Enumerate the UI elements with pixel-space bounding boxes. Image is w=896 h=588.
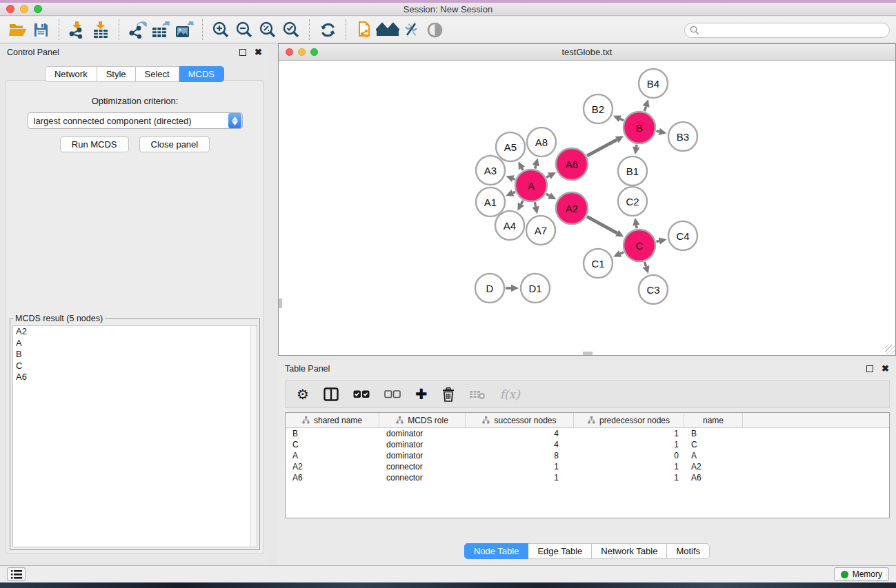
select-all-columns-button[interactable]: [353, 390, 370, 398]
tab-network-table[interactable]: Network Table: [592, 543, 667, 559]
edge-B-B4[interactable]: [644, 106, 646, 111]
tab-network[interactable]: Network: [45, 66, 97, 82]
edge-C-C2[interactable]: [636, 225, 637, 229]
zoom-fit-button[interactable]: [256, 19, 279, 41]
column-header[interactable]: predecessor nodes: [574, 413, 684, 427]
search-field[interactable]: [684, 23, 890, 38]
table-row[interactable]: A6connector11A6: [286, 472, 889, 483]
zoom-in-button[interactable]: [209, 19, 232, 41]
save-session-button[interactable]: [29, 19, 52, 41]
column-header[interactable]: MCDS role: [379, 413, 466, 427]
edge-A-A8[interactable]: [535, 165, 536, 169]
horizontal-scroll-indicator[interactable]: [583, 352, 593, 355]
edge-A-A3[interactable]: [513, 179, 515, 179]
zoom-out-button[interactable]: [232, 19, 256, 41]
delete-table-button[interactable]: [469, 389, 486, 400]
table-row[interactable]: Cdominator41C: [286, 439, 889, 450]
edge-B-B3[interactable]: [656, 131, 659, 132]
split-table-button[interactable]: [323, 387, 339, 401]
close-panel-icon[interactable]: ✖: [255, 49, 262, 56]
show-graphics-details-button[interactable]: [423, 19, 446, 41]
column-header[interactable]: name: [684, 413, 743, 427]
create-column-button[interactable]: ✚: [415, 387, 428, 401]
tab-motifs[interactable]: Motifs: [667, 543, 710, 559]
table-cell[interactable]: B: [684, 429, 743, 438]
table-cell[interactable]: 0: [574, 451, 684, 460]
table-cell[interactable]: 1: [574, 429, 684, 438]
edge-A6-B[interactable]: [587, 140, 617, 156]
function-builder-button[interactable]: f(x): [500, 387, 520, 401]
mcds-result-item[interactable]: A2: [13, 326, 257, 338]
vertical-scroll-indicator[interactable]: [279, 298, 282, 308]
edge-B-B2[interactable]: [620, 119, 624, 120]
tab-style[interactable]: Style: [97, 66, 136, 82]
edge-A2-C[interactable]: [587, 216, 617, 233]
float-panel-icon[interactable]: [239, 49, 246, 56]
import-network-button[interactable]: [66, 19, 89, 41]
run-mcds-button[interactable]: Run MCDS: [60, 136, 129, 152]
node-table[interactable]: shared nameMCDS rolesuccessor nodesprede…: [285, 412, 890, 518]
column-header[interactable]: shared name: [286, 413, 379, 427]
table-cell[interactable]: 1: [574, 462, 684, 472]
export-table-button[interactable]: [149, 19, 172, 41]
edge-C-C1[interactable]: [620, 252, 624, 254]
tab-select[interactable]: Select: [136, 66, 179, 82]
table-cell[interactable]: 1: [466, 473, 574, 483]
float-table-panel-icon[interactable]: [866, 365, 873, 372]
network-canvas[interactable]: B4B2BB3A8A5A6A3B1AC2A1A2A4A7C4CC1C3DD1: [279, 61, 895, 355]
table-cell[interactable]: 1: [466, 462, 574, 472]
export-network-button[interactable]: [126, 19, 149, 41]
edge-A-A4[interactable]: [521, 201, 523, 204]
tab-mcds[interactable]: MCDS: [179, 66, 224, 82]
edge-A-A7[interactable]: [535, 202, 535, 206]
tab-node-table[interactable]: Node Table: [464, 543, 529, 559]
export-image-button[interactable]: [172, 19, 196, 41]
resize-grip[interactable]: [885, 345, 895, 354]
table-cell[interactable]: C: [684, 440, 743, 449]
table-cell[interactable]: connector: [379, 462, 466, 472]
tab-edge-table[interactable]: Edge Table: [528, 543, 592, 559]
network-overview-button[interactable]: [376, 19, 399, 41]
close-panel-button[interactable]: Close panel: [139, 136, 210, 152]
hide-graphics-details-button[interactable]: [399, 19, 423, 41]
memory-button[interactable]: Memory: [834, 567, 889, 581]
table-cell[interactable]: A2: [286, 462, 379, 472]
result-scrollbar[interactable]: [250, 326, 257, 547]
table-cell[interactable]: A6: [286, 473, 379, 483]
table-cell[interactable]: 4: [466, 429, 574, 438]
table-cell[interactable]: dominator: [379, 440, 466, 449]
table-cell[interactable]: connector: [379, 473, 466, 483]
zoom-selected-button[interactable]: [279, 19, 303, 41]
network-window-titlebar[interactable]: testGlobe.txt: [279, 44, 895, 61]
edge-C-C3[interactable]: [644, 262, 646, 267]
task-history-button[interactable]: [7, 567, 26, 581]
table-row[interactable]: Bdominator41B: [286, 428, 889, 439]
table-cell[interactable]: C: [286, 440, 379, 449]
column-header[interactable]: successor nodes: [466, 413, 574, 427]
table-cell[interactable]: 4: [466, 440, 574, 449]
mcds-result-item[interactable]: A6: [13, 372, 257, 383]
network-graph[interactable]: B4B2BB3A8A5A6A3B1AC2A1A2A4A7C4CC1C3DD1: [279, 61, 895, 355]
mcds-result-item[interactable]: C: [13, 361, 257, 372]
table-row[interactable]: A2connector11A2: [286, 461, 889, 472]
table-cell[interactable]: dominator: [379, 451, 466, 460]
import-table-button[interactable]: [89, 19, 112, 41]
mcds-result-item[interactable]: B: [13, 349, 257, 361]
table-cell[interactable]: A6: [684, 473, 743, 483]
refresh-layout-button[interactable]: [316, 19, 339, 41]
edge-A-A2[interactable]: [546, 194, 550, 196]
column-settings-button[interactable]: ⚙: [297, 387, 309, 401]
table-cell[interactable]: A: [286, 451, 379, 460]
open-session-button[interactable]: [6, 19, 29, 41]
table-cell[interactable]: dominator: [379, 429, 466, 438]
edge-C-C4[interactable]: [656, 241, 659, 242]
table-cell[interactable]: A2: [684, 462, 743, 472]
criterion-dropdown[interactable]: largest connected component (directed): [28, 112, 243, 129]
search-input[interactable]: [699, 24, 889, 37]
unselect-all-columns-button[interactable]: [384, 390, 401, 398]
clone-network-button[interactable]: [352, 19, 376, 41]
edge-A-A6[interactable]: [546, 176, 549, 177]
edge-A-A5[interactable]: [522, 168, 524, 170]
edge-B-B1[interactable]: [636, 145, 637, 148]
table-cell[interactable]: A: [684, 451, 743, 460]
